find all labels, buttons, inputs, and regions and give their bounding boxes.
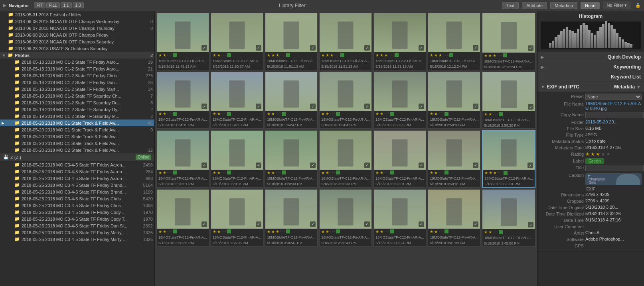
photo-badge-icon: ✓: [528, 45, 533, 51]
file-size-label: File Size: [540, 126, 584, 131]
no-filter-button[interactable]: No Filter ▾: [603, 2, 630, 9]
folder-item[interactable]: 📁 2018-05-20 2018 MO C1 State Track & Fi…: [0, 126, 154, 133]
photo-cell[interactable]: ✓★★···18MOStateTF-C12-Fri-AR-A...5/18/20…: [482, 189, 535, 247]
filter-none-button[interactable]: None: [581, 2, 600, 9]
photo-thumbnail: ✓: [211, 72, 263, 111]
folder-item[interactable]: 📁 2018-05-25 2018 MO C3-4-5 State TF Fri…: [0, 195, 154, 202]
photo-cell[interactable]: ✓★★★···18MOStateTF-C12-Fri-AR-A...5/18/2…: [319, 13, 372, 70]
green-label-square: [395, 53, 399, 57]
photo-cell[interactable]: ✓★★···18MOStateTF-C12-Fri-AR-A...5/18/20…: [373, 189, 426, 247]
star-5[interactable]: ★: [606, 151, 610, 157]
star: ★: [217, 229, 221, 234]
photo-cell[interactable]: ✓★★···18MOStateTF-C12-Fri-AR-A...5/18/20…: [156, 72, 209, 129]
folder-item[interactable]: 📁 2018-06-09 2018 NCAA DI OTF Champs Sat…: [0, 38, 154, 45]
folder-item[interactable]: 📁 2018-06-06 2018 NCAA DI OTF Champs Wed…: [0, 18, 154, 25]
photo-cell[interactable]: ✓★★★···18MOStateTF-C12-Fri-AR-A...5/18/2…: [265, 189, 318, 247]
keywording-header[interactable]: ▶ Keywording: [537, 62, 644, 72]
folder-item[interactable]: 📁 2018-05-25 2018 MO C3-4-5 State TF Fri…: [0, 168, 154, 175]
chevron-down-icon[interactable]: ▼: [2, 53, 6, 58]
chevron-icon[interactable]: ▶: [3, 3, 6, 8]
copy-name-input[interactable]: [585, 112, 644, 118]
ratio2-button[interactable]: 1:3: [73, 2, 84, 8]
quick-develop-header[interactable]: ▶ Quick Develop: [537, 52, 644, 62]
folder-item[interactable]: 📁 2018-05-25 2018 MO C3-4-5 State TF Fri…: [0, 215, 154, 222]
title-input[interactable]: [585, 165, 644, 171]
drive-item[interactable]: 💾 Z (Z:) Online: [0, 153, 154, 161]
folder-item-active[interactable]: ▶ 📁 2018-05-20 2018 MO C1 State Track & …: [0, 119, 154, 126]
keyword-list-header[interactable]: + Keyword List: [537, 72, 644, 82]
folder-item[interactable]: 📁 2018-05-18 2018 MO C1-2 State TF Frida…: [0, 59, 154, 65]
folder-item[interactable]: 📁 2018-05-25 2018 MO C3-4-5 State TF Fri…: [0, 222, 154, 229]
folder-item[interactable]: 📁 2018-05-19 2018 MO C1-2 State TF Satur…: [0, 92, 154, 99]
folder-item[interactable]: 📁 2018-06-08 2018 NCAA DI OTF Champs Fri…: [0, 31, 154, 38]
folder-count: 1970: [143, 217, 153, 221]
dot: ·: [447, 53, 448, 57]
preset-select[interactable]: None: [585, 94, 642, 100]
filter-metadata-button[interactable]: Metadata: [550, 2, 577, 9]
photo-cell[interactable]: ✓★★···18MOStateTF-C12-Fri-AR-A...5/18/20…: [428, 72, 480, 129]
photo-cell[interactable]: ✓★★···18MOStateTF-C12-Fri-AR-A...5/18/20…: [319, 189, 372, 247]
ratio1-button[interactable]: 1:1: [61, 2, 72, 8]
photo-cell[interactable]: ✓★★···18MOStateTF-C12-Fri-AR-A...5/18/20…: [211, 130, 263, 188]
folder-item[interactable]: 📁 2018-05-20 2018 MO C1 State Track & Fi…: [0, 140, 154, 147]
folder-item[interactable]: 📁 2018-05-18 2018 MO C1-2 State TF Frida…: [0, 65, 154, 72]
rating-stars-display[interactable]: ★ ★ ★ ★ ★ · ·: [585, 151, 615, 157]
photo-cell[interactable]: ✓★★★···18MOStateTF-C12-Fri-AR-A...5/18/2…: [482, 13, 535, 70]
photo-cell[interactable]: ✓★★···18MOStateTF-C12-Fri-AR-A...5/18/20…: [373, 72, 426, 129]
folder-item[interactable]: 📁 2018-05-20 2018 MO C1 State Track & Fi…: [0, 133, 154, 140]
folder-item[interactable]: 📁 2018-05-25 2018 MO C3-4-5 State TF Fri…: [0, 175, 154, 182]
star-3[interactable]: ★: [596, 151, 600, 157]
photo-cell[interactable]: ✓★★···18MOStateTF-C12-Fri-AR-A...5/18/20…: [319, 72, 372, 129]
folder-item[interactable]: 📁 2018-05-25 2018 MO C3-4-5 State TF Fri…: [0, 182, 154, 188]
photo-cell[interactable]: ✓★★★···18MOStateTF-C12-Fri-AR-A...5/18/2…: [373, 13, 426, 70]
photo-cell[interactable]: ✓★★★···18MOStateTF-C12-Fri-AR-A...5/18/2…: [428, 13, 480, 70]
folder-item[interactable]: 📁 2018-05-25 2018 MO C3-4-5 State TF Fri…: [0, 209, 154, 215]
photo-stars-row: ★★···: [157, 229, 209, 235]
folder-item[interactable]: 📁 2018-06-23 2018 USATF Sr Outdoors Satu…: [0, 45, 154, 52]
star-4[interactable]: ★: [601, 151, 605, 157]
folder-item[interactable]: 📁 2018-05-25 2018 MO C3-4-5 State TF Fri…: [0, 229, 154, 236]
folder-item[interactable]: 📁 2018-05-19 2018 MO C1-2 State TF Satur…: [0, 113, 154, 119]
photo-cell[interactable]: ✓★★···18MOStateTF-C12-Fri-AR-A...5/18/20…: [265, 72, 318, 129]
folder-item[interactable]: 📁 2018-05-25 2018 MO C3-4-5 State TF Fri…: [0, 188, 154, 195]
metadata-header[interactable]: ▼ EXIF and IPTC Metadata ▼: [537, 82, 644, 92]
photo-cell[interactable]: ✓★★···18MOStateTF-C12-Fri-AR-A...5/18/20…: [373, 130, 426, 188]
photo-cell[interactable]: ✓★★···18MOStateTF-C12-Fri-AR-A...5/18/20…: [211, 72, 263, 129]
photo-cell[interactable]: ✓★★···18MOStateTF-C12-Fri-AR-A...5/18/20…: [211, 13, 263, 70]
folder-item[interactable]: 📁 2018-05-18 2018 MO C1-2 State TF Frida…: [0, 79, 154, 86]
photo-cell[interactable]: ✓★★···18MOStateTF-C12-Fri-AR-A...5/18/20…: [156, 130, 209, 188]
folder-item[interactable]: 📁 2018-05-31 2018 Festival of Miles: [0, 11, 154, 18]
photo-cell[interactable]: ✓★★···18MOStateTF-C12-Fri-AR-A...5/18/20…: [428, 130, 480, 188]
star: ★: [213, 229, 216, 234]
photo-cell[interactable]: ✓★★★···18MOStateTF-C12-Fri-AR-A...5/18/2…: [265, 13, 318, 70]
photo-cell[interactable]: ✓★★···18MOStateTF-C12-Fri-AR-A...5/18/20…: [428, 189, 480, 247]
fill-button[interactable]: FILL: [46, 2, 60, 8]
folder-item[interactable]: 📁 2018-05-19 2018 MO C1-2 State TF Satur…: [0, 106, 154, 113]
folder-item[interactable]: 📁 2018-05-18 2018 MO C1-2 State TF Frida…: [0, 72, 154, 79]
photo-cell[interactable]: ✓★★···18MOStateTF-C12-Fri-AR-A...5/18/20…: [482, 72, 535, 129]
photo-cell[interactable]: ✓★★★···18MOStateTF-C12-Fri-AR-A...5/18/2…: [482, 130, 535, 188]
star: ★: [321, 53, 325, 57]
folder-item-photos[interactable]: ▼ 📁 Photos 2: [0, 52, 154, 59]
folder-item[interactable]: 📁 2018-05-18 2018 MO C1-2 State TF Frida…: [0, 86, 154, 92]
file-type-row: File Type JPEG: [540, 132, 642, 137]
folder-item[interactable]: 📁 2018-05-25 2018 MO C3-4-5 State TF Fri…: [0, 161, 154, 168]
photo-cell[interactable]: ✓★★···18MOStateTF-C12-Fri-AR-A...5/18/20…: [211, 189, 263, 247]
filter-attribute-button[interactable]: Attribute: [522, 2, 547, 9]
folder-item[interactable]: 📁 2018-06-07 2018 NCAA DI OTF Champs Thu…: [0, 25, 154, 31]
star-2[interactable]: ★: [591, 151, 595, 157]
photo-cell[interactable]: ✓★★···18MOStateTF-C12-Fri-AR-A...5/18/20…: [265, 130, 318, 188]
file-type-value: JPEG: [585, 132, 642, 137]
photo-cell[interactable]: ✓★★···18MOStateTF-C12-Fri-AR-A...5/18/20…: [156, 13, 209, 70]
photo-cell[interactable]: ✓★★···18MOStateTF-C12-Fri-AR-A...5/18/20…: [156, 189, 209, 247]
folder-item[interactable]: 📁 2018-05-25 2018 MO C3-4-5 State TF Fri…: [0, 202, 154, 209]
star-1[interactable]: ★: [585, 151, 590, 157]
filter-text-button[interactable]: Text: [502, 2, 519, 9]
photo-badge-icon: ✓: [256, 104, 261, 109]
folder-item[interactable]: 📁 2018-05-19 2018 MO C1-2 State TF Satur…: [0, 99, 154, 106]
folder-item[interactable]: 📁 2018-05-25 2018 MO C3-4-5 State TF Fri…: [0, 236, 154, 243]
green-label-square: [444, 170, 448, 174]
photo-cell[interactable]: ✓★★···18MOStateTF-C12-Fri-AR-A...5/18/20…: [319, 130, 372, 188]
folder-item[interactable]: 📁 2018-05-20 2018 MO C2 State Track & Fi…: [0, 147, 154, 153]
fit-button[interactable]: FIT: [34, 2, 45, 8]
